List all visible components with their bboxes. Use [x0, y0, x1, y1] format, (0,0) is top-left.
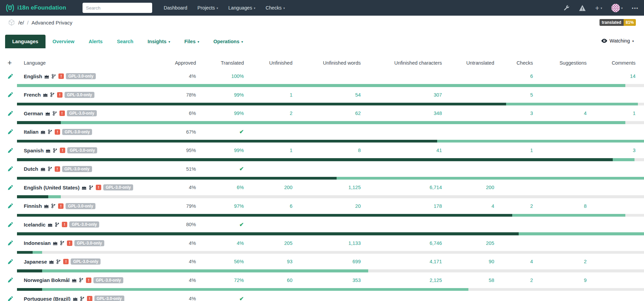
license-badge[interactable]: GPL-3.0-only [69, 221, 99, 228]
translated-link[interactable]: 6% [237, 185, 244, 190]
alert-badge-icon[interactable]: ! [57, 92, 62, 98]
brand-link[interactable]: i18n eFoundation [5, 3, 66, 13]
license-badge[interactable]: GPL-3.0-only [103, 184, 133, 190]
translated-link[interactable]: 99% [234, 111, 244, 116]
language-link[interactable]: Japanese [24, 259, 47, 265]
add-language-button[interactable]: + [7, 59, 24, 67]
edit-pencil-icon[interactable] [7, 259, 24, 265]
complete-check-icon: ✔ [239, 129, 244, 135]
edit-pencil-icon[interactable] [7, 166, 24, 172]
add-menu-button[interactable]: + ▾ [595, 4, 602, 12]
license-badge[interactable]: GPL-3.0-only [66, 73, 96, 79]
alert-badge-icon[interactable]: ! [96, 185, 101, 190]
nav-item-dashboard[interactable]: Dashboard [164, 5, 187, 11]
license-badge[interactable]: GPL-3.0-only [71, 258, 101, 265]
translated-link[interactable]: 4% [237, 240, 244, 246]
alert-badge-icon[interactable]: ! [67, 240, 72, 246]
translated-link[interactable]: 97% [234, 203, 244, 209]
edit-pencil-icon[interactable] [7, 185, 24, 190]
col-header-language[interactable]: Language [24, 60, 144, 66]
watching-dropdown[interactable]: Watching ▾ [601, 38, 634, 44]
edit-pencil-icon[interactable] [7, 240, 24, 246]
translated-link[interactable]: 100% [231, 73, 244, 79]
edit-pencil-icon[interactable] [7, 203, 24, 209]
nav-item-languages[interactable]: Languages ▾ [228, 5, 255, 11]
tab-operations[interactable]: Operations ▾ [206, 35, 250, 48]
approved-bar-segment [17, 288, 42, 291]
admin-wrench-icon[interactable] [563, 5, 570, 11]
edit-pencil-icon[interactable] [7, 92, 24, 98]
breadcrumb-project-link[interactable]: /e/ [18, 20, 24, 26]
language-row: Spanish ! GPL [0, 143, 644, 162]
language-link[interactable]: German [24, 111, 43, 116]
alert-badge-icon[interactable]: ! [58, 203, 64, 209]
brand-title: i18n eFoundation [17, 4, 66, 11]
translated-link[interactable]: 72% [234, 278, 244, 283]
search-input[interactable] [83, 3, 152, 13]
more-menu-button[interactable]: ••• [632, 5, 639, 11]
nav-item-projects[interactable]: Projects ▾ [197, 5, 218, 11]
language-link[interactable]: Finnish [24, 203, 42, 209]
language-link[interactable]: English (United States) [24, 185, 79, 190]
alert-badge-icon[interactable]: ! [60, 148, 65, 153]
col-header-unfinished-characters[interactable]: Unfinished characters [361, 60, 442, 66]
license-badge[interactable]: GPL-3.0-only [62, 166, 92, 172]
col-header-unfinished-words[interactable]: Unfinished words [292, 60, 361, 66]
license-badge[interactable]: GPL-3.0-only [65, 92, 94, 98]
edit-pencil-icon[interactable] [7, 148, 24, 153]
unfinished-words-cell: 1,133 [292, 240, 361, 246]
tab-overview[interactable]: Overview [46, 35, 82, 48]
license-badge[interactable]: GPL-3.0-only [62, 129, 92, 135]
license-badge[interactable]: GPL-3.0-only [67, 147, 97, 153]
translated-link[interactable]: 99% [234, 148, 244, 153]
suggestions-cell: 9 [533, 278, 587, 283]
alert-badge-icon[interactable]: ! [62, 222, 67, 227]
alert-badge-icon[interactable]: ! [87, 296, 92, 301]
language-link[interactable]: Dutch [24, 166, 38, 172]
tab-files[interactable]: Files ▾ [177, 35, 207, 48]
tab-insights[interactable]: Insights ▾ [141, 35, 177, 48]
edit-pencil-icon[interactable] [7, 277, 24, 283]
col-header-unfinished[interactable]: Unfinished [244, 60, 292, 66]
language-link[interactable]: Norwegian Bokmål [24, 277, 70, 283]
edit-pencil-icon[interactable] [7, 296, 24, 301]
language-link[interactable]: Portuguese (Brazil) [24, 296, 71, 301]
translated-link[interactable]: 99% [234, 92, 244, 98]
edit-pencil-icon[interactable] [7, 73, 24, 79]
language-link[interactable]: Italian [24, 129, 38, 135]
alert-badge-icon[interactable]: ! [58, 73, 64, 79]
nav-item-checks[interactable]: Checks ▾ [266, 5, 285, 11]
col-header-untranslated[interactable]: Untranslated [442, 60, 494, 66]
tab-alerts[interactable]: Alerts [82, 35, 110, 48]
alert-badge-icon[interactable]: ! [59, 111, 65, 116]
license-badge[interactable]: GPL-3.0-only [94, 296, 124, 301]
alerts-warning-icon[interactable] [579, 5, 586, 11]
alert-badge-icon[interactable]: ! [55, 129, 60, 135]
license-badge[interactable]: GPL-3.0-only [93, 277, 123, 283]
col-header-suggestions[interactable]: Suggestions [533, 60, 587, 66]
tab-languages[interactable]: Languages [5, 35, 46, 48]
license-badge[interactable]: GPL-3.0-only [67, 110, 97, 116]
translated-link[interactable]: 56% [234, 259, 244, 264]
alert-badge-icon[interactable]: ! [63, 259, 69, 264]
col-header-translated[interactable]: Translated [196, 60, 244, 66]
edit-pencil-icon[interactable] [7, 129, 24, 135]
language-link[interactable]: Icelandic [24, 222, 46, 228]
unfinished-words-cell: 699 [292, 259, 361, 264]
col-header-comments[interactable]: Comments [587, 60, 636, 66]
alert-badge-icon[interactable]: ! [55, 166, 60, 172]
edit-pencil-icon[interactable] [7, 111, 24, 116]
license-badge[interactable]: GPL-3.0-only [74, 240, 104, 246]
edit-pencil-icon[interactable] [7, 222, 24, 228]
language-link[interactable]: Indonesian [24, 240, 51, 246]
license-badge[interactable]: GPL-3.0-only [66, 203, 95, 209]
language-link[interactable]: English [24, 73, 42, 79]
user-menu-button[interactable]: ▾ [611, 4, 623, 12]
col-header-approved[interactable]: Approved [144, 60, 196, 66]
language-link[interactable]: Spanish [24, 148, 43, 153]
translated-bar-segment [48, 195, 61, 198]
language-link[interactable]: French [24, 92, 41, 98]
tab-search[interactable]: Search [110, 35, 140, 48]
col-header-checks[interactable]: Checks [494, 60, 533, 66]
alert-badge-icon[interactable]: ! [86, 278, 91, 283]
